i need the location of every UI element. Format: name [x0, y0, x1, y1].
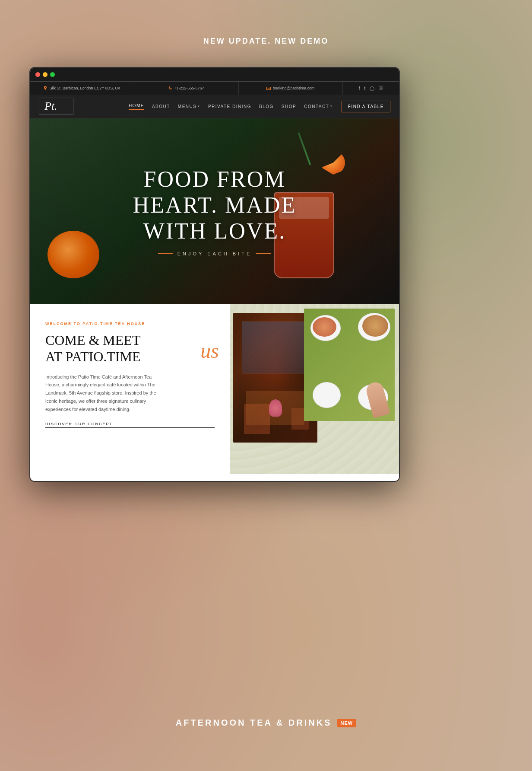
social-section[interactable]: f t ◯ Ⓒ [343, 82, 399, 95]
email-icon [266, 87, 271, 90]
about-right [230, 304, 399, 474]
menus-dropdown-arrow: ▾ [198, 105, 200, 108]
email-text: booking@patiotime.com [273, 86, 315, 90]
nav-blog[interactable]: BLOG [259, 104, 274, 109]
about-left: WELCOME TO PATIO.TIME TEA HOUSE COME & M… [30, 304, 230, 474]
contact-dropdown-arrow: ▾ [330, 105, 333, 108]
nav-home[interactable]: HOME [129, 103, 144, 110]
phone-section: +1-212-555-6767 [134, 82, 238, 95]
about-section: WELCOME TO PATIO.TIME TEA HOUSE COME & M… [30, 304, 399, 474]
twitter-icon[interactable]: t [364, 86, 365, 91]
nav-private-dining[interactable]: PRIVATE DINING [208, 104, 251, 109]
hero-content: FOOD FROM HEART. MADE WITH LOVE. ENJOY E… [133, 166, 296, 256]
plate-3 [313, 382, 341, 408]
top-announcement: NEW UPDATE. NEW DEMO [0, 37, 532, 46]
food-overhead-image [304, 309, 395, 421]
about-description: Introducing the Patio Time Café and Afte… [45, 373, 166, 413]
find-table-button[interactable]: FIND A TABLE [342, 101, 390, 112]
discover-link[interactable]: DISCOVER OUR CONCEPT [45, 422, 215, 428]
nav-menu: HOME ABOUT MENUS ▾ PRIVATE DINING BLOG S… [129, 103, 333, 110]
address-section: Silk St, Barbican, London EC2Y 8DS, UK [30, 82, 134, 95]
website-content: Silk St, Barbican, London EC2Y 8DS, UK +… [30, 82, 399, 481]
phone-text: +1-212-555-6767 [174, 86, 204, 90]
chair-detail [244, 404, 270, 434]
instagram-icon[interactable]: ◯ [370, 86, 374, 91]
food-1 [313, 317, 336, 337]
phone-icon [168, 86, 172, 90]
bottom-label-text: AFTERNOON TEA & DRINKS [176, 718, 332, 728]
nav-shop[interactable]: SHOP [282, 104, 296, 109]
top-announcement-text: NEW UPDATE. NEW DEMO [203, 37, 329, 45]
nav-contact[interactable]: CONTACT ▾ [304, 104, 333, 109]
pinterest-icon[interactable]: Ⓒ [379, 85, 383, 91]
new-badge: NEW [337, 719, 357, 727]
browser-chrome [30, 68, 399, 82]
about-script-text: us [200, 338, 219, 363]
browser-expand-dot[interactable] [50, 72, 55, 77]
hero-section: FOOD FROM HEART. MADE WITH LOVE. ENJOY E… [30, 118, 399, 304]
about-title: COME & MEET AT PATIO.TIME us [45, 332, 215, 365]
bottom-announcement: AFTERNOON TEA & DRINKS NEW [0, 718, 532, 728]
window-detail [242, 322, 309, 373]
browser-window: Silk St, Barbican, London EC2Y 8DS, UK +… [29, 67, 400, 482]
address-text: Silk St, Barbican, London EC2Y 8DS, UK [49, 86, 120, 90]
flowers-detail [269, 399, 282, 417]
orange-slice-garnish [321, 151, 345, 175]
hero-title: FOOD FROM HEART. MADE WITH LOVE. [133, 166, 296, 244]
browser-close-dot[interactable] [35, 72, 40, 77]
facebook-icon[interactable]: f [359, 86, 360, 91]
site-logo[interactable]: Pt. [39, 98, 73, 115]
about-welcome-label: WELCOME TO PATIO.TIME TEA HOUSE [45, 322, 215, 326]
nav-about[interactable]: ABOUT [152, 104, 170, 109]
browser-minimize-dot[interactable] [43, 72, 48, 77]
nav-menus[interactable]: MENUS ▾ [178, 104, 200, 109]
hero-subtitle: ENJOY EACH BITE [133, 251, 296, 256]
rosemary-garnish [298, 132, 311, 166]
food-2 [362, 315, 388, 337]
navbar: Pt. HOME ABOUT MENUS ▾ PRIVATE DINING BL… [30, 95, 399, 118]
email-section: booking@patiotime.com [239, 82, 343, 95]
hero-orange-decor [48, 231, 99, 278]
location-icon [44, 86, 47, 90]
info-bar: Silk St, Barbican, London EC2Y 8DS, UK +… [30, 82, 399, 95]
